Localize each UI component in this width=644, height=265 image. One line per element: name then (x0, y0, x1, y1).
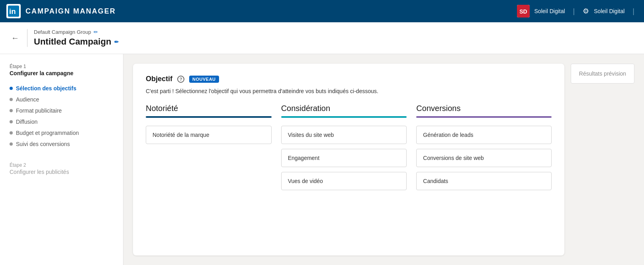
column-title-conversions: Conversions (416, 104, 552, 113)
sub-header: ← Default Campaign Group ✏ Untitled Camp… (0, 22, 644, 54)
linkedin-logo: in (6, 4, 21, 18)
step2-label: Étape 2 (10, 162, 114, 168)
sidebar-item-label-audience: Audience (16, 96, 39, 103)
help-icon[interactable]: ? (177, 76, 184, 83)
nouveau-badge: NOUVEAU (189, 76, 219, 83)
sidebar-item-label-format: Format publicitaire (16, 107, 62, 114)
header-right: SD Soleil Digital | ⚙ Soleil Digital | (517, 5, 638, 18)
app-title: CAMPAIGN MANAGER (25, 7, 116, 16)
bullet-format (10, 109, 13, 112)
campaign-title-text: Untitled Campaign (34, 37, 111, 47)
right-panel-title: Résultats prévision (571, 64, 634, 84)
sidebar-item-label-suivi: Suivi des conversions (16, 141, 70, 147)
step2-title: Configurer les publicités (10, 169, 114, 175)
column-bar-consideration (281, 116, 407, 118)
column-conversions: Conversions Génération de leads Conversi… (416, 104, 552, 195)
column-title-consideration: Considération (281, 104, 407, 113)
option-visites-site[interactable]: Visites du site web (281, 126, 407, 144)
sidebar-item-label-budget: Budget et programmation (16, 130, 79, 136)
option-generation-leads[interactable]: Génération de leads (416, 126, 552, 144)
column-consideration: Considération Visites du site web Engage… (281, 104, 417, 195)
company-name-2: Soleil Digital (594, 8, 624, 14)
option-notoriete-marque[interactable]: Notoriété de la marque (146, 126, 272, 144)
sidebar-item-diffusion[interactable]: Diffusion (10, 116, 114, 127)
main-card: Objectif ? NOUVEAU C'est parti ! Sélecti… (133, 64, 564, 255)
campaign-title-row: Untitled Campaign ✏ (34, 37, 119, 47)
svg-text:SD: SD (519, 8, 527, 15)
campaign-title-edit-icon[interactable]: ✏ (114, 39, 119, 45)
objectif-header: Objectif ? NOUVEAU (146, 75, 552, 83)
column-title-notoriete: Notoriété (146, 104, 272, 113)
sidebar-item-audience[interactable]: Audience (10, 94, 114, 105)
objectives-columns: Notoriété Notoriété de la marque Considé… (146, 104, 552, 195)
sidebar-nav: Sélection des objectifs Audience Format … (10, 83, 114, 150)
objectif-title: Objectif (146, 75, 172, 83)
column-bar-conversions (416, 116, 552, 118)
company-name-1: Soleil Digital (534, 8, 565, 14)
step1-label: Étape 1 (10, 64, 114, 69)
column-notoriete: Notoriété Notoriété de la marque (146, 104, 281, 195)
content-area: Objectif ? NOUVEAU C'est parti ! Sélecti… (123, 54, 644, 265)
sidebar-item-label-objectifs: Sélection des objectifs (16, 85, 76, 92)
back-button[interactable]: ← (10, 32, 21, 44)
right-panel: Résultats prévision (571, 64, 634, 255)
svg-text:in: in (9, 7, 16, 16)
option-conversions-site[interactable]: Conversions de site web (416, 149, 552, 167)
sidebar-item-suivi[interactable]: Suivi des conversions (10, 138, 114, 150)
main-layout: Étape 1 Configurer la campagne Sélection… (0, 54, 644, 265)
breadcrumb: Default Campaign Group ✏ (34, 29, 119, 35)
app-header: in CAMPAIGN MANAGER SD Soleil Digital | … (0, 0, 644, 22)
company-avatar[interactable]: SD (517, 5, 530, 18)
sidebar-item-format[interactable]: Format publicitaire (10, 105, 114, 116)
step1-title: Configurer la campagne (10, 70, 114, 76)
bullet-objectifs (10, 87, 13, 90)
bullet-diffusion (10, 120, 13, 123)
sidebar-item-objectifs[interactable]: Sélection des objectifs (10, 83, 114, 94)
bullet-suivi (10, 142, 13, 146)
breadcrumb-text: Default Campaign Group (34, 29, 91, 35)
objectif-description: C'est parti ! Sélectionnez l'objectif qu… (146, 88, 552, 94)
option-engagement[interactable]: Engagement (281, 149, 407, 167)
sidebar-item-label-diffusion: Diffusion (16, 119, 37, 125)
bullet-audience (10, 98, 13, 101)
option-vues-video[interactable]: Vues de vidéo (281, 172, 407, 190)
sidebar-item-budget[interactable]: Budget et programmation (10, 127, 114, 138)
header-divider-2: | (632, 7, 634, 16)
sub-header-content: Default Campaign Group ✏ Untitled Campai… (27, 29, 119, 47)
column-bar-notoriete (146, 116, 272, 118)
breadcrumb-edit-icon[interactable]: ✏ (94, 29, 98, 35)
settings-icon[interactable]: ⚙ (583, 7, 589, 16)
header-divider-1: | (573, 7, 575, 16)
bullet-budget (10, 131, 13, 134)
sidebar: Étape 1 Configurer la campagne Sélection… (0, 54, 123, 265)
option-candidats[interactable]: Candidats (416, 172, 552, 190)
